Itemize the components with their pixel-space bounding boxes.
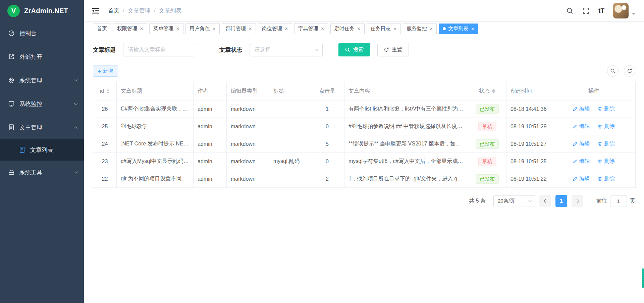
cell-title: 羽毛球教学 [117, 118, 194, 135]
tab-close-icon[interactable]: × [393, 26, 397, 32]
tab-10[interactable]: 文章列表× [439, 24, 478, 34]
breadcrumb-article-management[interactable]: 文章管理 [128, 7, 151, 14]
article-status-label: 文章状态 [219, 46, 242, 54]
edit-link[interactable]: 编辑 [573, 123, 590, 130]
trash-icon [597, 106, 602, 112]
tab-8[interactable]: 任务日志× [367, 24, 401, 34]
cell-author: admin [194, 118, 227, 135]
column-header-status[interactable]: 状态 [468, 82, 506, 100]
edit-link[interactable]: 编辑 [573, 175, 590, 182]
cell-id: 24 [93, 135, 117, 153]
sidebar-item-label: 文章列表 [30, 146, 77, 154]
tab-close-icon[interactable]: × [321, 26, 324, 32]
tab-6[interactable]: 字典管理× [294, 24, 328, 34]
sidebar-item-article-management[interactable]: 文章管理 [0, 116, 84, 139]
tab-2[interactable]: 菜单管理× [149, 24, 183, 34]
user-avatar[interactable] [613, 3, 629, 18]
edit-link[interactable]: 编辑 [573, 158, 590, 165]
cell-content: **错误提示** 当电脑更新 VS2017 版本后，如果... [344, 135, 468, 153]
tab-1[interactable]: 权限管理× [113, 24, 147, 34]
cell-created-time: 08-19 10:51:27 [506, 135, 552, 153]
font-size-icon[interactable]: tT [598, 7, 604, 14]
edit-link[interactable]: 编辑 [573, 140, 590, 147]
status-badge: 已发布 [476, 139, 499, 149]
plus-icon: + [98, 68, 101, 74]
avatar-caret-icon[interactable] [632, 13, 635, 15]
cell-actions: 编辑删除 [552, 118, 636, 135]
reset-button[interactable]: 重置 [377, 43, 409, 56]
tab-close-icon[interactable]: × [471, 26, 474, 32]
add-button[interactable]: + 新增 [93, 66, 118, 77]
sort-icon[interactable] [492, 89, 495, 93]
page-size-select[interactable]: 20条/页 [493, 195, 535, 207]
table-row: 23c#写入Mysql中文显示乱码 ...adminmarkdownmysql,… [93, 153, 636, 170]
tab-close-icon[interactable]: × [285, 26, 288, 32]
tab-0[interactable]: 首页 [93, 24, 111, 34]
sidebar-item-article-list[interactable]: 文章列表 [0, 139, 84, 161]
tab-close-icon[interactable]: × [357, 26, 361, 32]
chevron-up-icon [74, 126, 77, 130]
tab-close-icon[interactable]: × [430, 26, 433, 32]
search-icon[interactable] [566, 7, 574, 14]
trash-icon [597, 141, 602, 146]
article-title-input[interactable] [123, 43, 195, 56]
chevron-down-icon [528, 199, 532, 202]
refresh-icon [627, 68, 632, 74]
breadcrumb-home[interactable]: 首页 [108, 7, 119, 14]
edit-link[interactable]: 编辑 [573, 105, 590, 113]
breadcrumb-article-list: 文章列表 [159, 7, 181, 14]
tab-close-icon[interactable]: × [176, 26, 179, 32]
delete-link[interactable]: 删除 [597, 105, 615, 113]
scrollbar-thumb[interactable] [642, 268, 644, 288]
column-header-actions: 操作 [552, 82, 636, 100]
sidebar-item-external-open[interactable]: 外部打开 [0, 45, 84, 69]
toggle-search-button[interactable] [607, 65, 619, 77]
total-count: 共 5 条 [469, 198, 486, 205]
next-page-button[interactable] [572, 195, 583, 207]
tab-close-icon[interactable]: × [249, 26, 252, 32]
delete-link[interactable]: 删除 [597, 140, 615, 147]
sidebar-item-dashboard[interactable]: 控制台 [0, 21, 84, 45]
search-button[interactable]: 搜索 [338, 43, 370, 56]
table-row: 22git 为不同的项目设置不同...adminmarkdown21，找到项目所… [93, 170, 636, 188]
tab-4[interactable]: 部门管理× [222, 24, 256, 34]
sidebar-item-label: 系统管理 [19, 77, 70, 84]
delete-link[interactable]: 删除 [597, 175, 615, 182]
cell-editor-type: markdown [227, 118, 269, 135]
column-header-content: 文章内容 [344, 82, 468, 100]
sidebar-item-system-monitor[interactable]: 系统监控 [0, 92, 84, 116]
tab-7[interactable]: 定时任务× [330, 24, 365, 34]
chevron-down-icon [74, 78, 77, 81]
delete-link[interactable]: 删除 [597, 123, 615, 130]
goto-page-input[interactable] [610, 195, 627, 207]
edit-icon [573, 124, 578, 129]
cell-editor-type: markdown [227, 135, 269, 153]
tab-9[interactable]: 服务监控× [403, 24, 437, 34]
refresh-table-button[interactable] [624, 65, 635, 77]
collapse-menu-icon[interactable] [91, 6, 100, 15]
tab-label: 部门管理 [226, 26, 246, 32]
cell-id: 22 [93, 170, 117, 188]
tab-close-icon[interactable]: × [140, 26, 143, 32]
sidebar-item-system-management[interactable]: 系统管理 [0, 69, 84, 92]
prev-page-button[interactable] [539, 195, 551, 207]
status-badge: 已发布 [476, 174, 499, 184]
cell-created-time: 08-19 10:51:29 [506, 118, 552, 135]
tab-label: 菜单管理 [153, 26, 173, 32]
sidebar-menu: 控制台 外部打开 系统管理 系统监控 [0, 21, 84, 184]
tab-label: 任务日志 [371, 26, 391, 32]
breadcrumb: 首页 / 文章管理 / 文章列表 [108, 7, 181, 14]
cell-content: 有两个list,listA 和listB，listA中有三个属性列为St... [344, 100, 468, 118]
cell-author: admin [194, 170, 227, 188]
fullscreen-icon[interactable] [582, 7, 590, 14]
tab-3[interactable]: 用户角色× [185, 24, 220, 34]
tab-close-icon[interactable]: × [212, 26, 216, 32]
tab-5[interactable]: 岗位管理× [258, 24, 292, 34]
sidebar-item-system-tools[interactable]: 系统工具 [0, 161, 84, 184]
sort-icon[interactable] [106, 89, 110, 94]
page-number-1[interactable]: 1 [555, 195, 567, 207]
sidebar-item-label: 文章管理 [19, 124, 70, 131]
column-header-id[interactable]: id [93, 82, 117, 100]
delete-link[interactable]: 删除 [597, 158, 615, 165]
article-status-select[interactable]: 请选择 [250, 43, 323, 56]
